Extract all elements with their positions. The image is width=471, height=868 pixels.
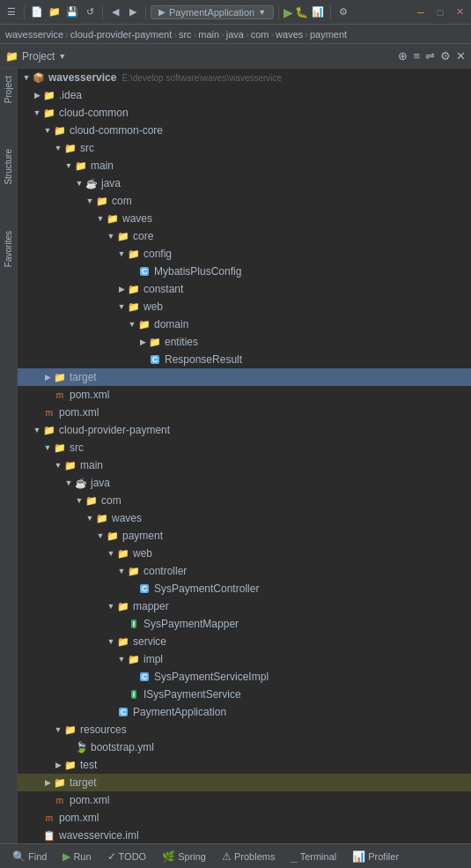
tab-find[interactable]: 🔍 Find bbox=[5, 849, 54, 864]
list-item[interactable]: ▶ 📁 entities bbox=[18, 333, 471, 351]
breadcrumb-cloud-provider-payment[interactable]: cloud-provider-payment bbox=[70, 29, 173, 40]
list-item[interactable]: ▼ 📁 src bbox=[18, 139, 471, 157]
back-icon[interactable]: ◀ bbox=[107, 4, 123, 20]
settings-icon[interactable]: ⚙ bbox=[335, 4, 351, 20]
list-item[interactable]: ▼ 📁 waves bbox=[18, 210, 471, 227]
save-icon[interactable]: 💾 bbox=[64, 4, 80, 20]
list-item[interactable]: ▼ 📁 web bbox=[18, 298, 471, 315]
list-item[interactable]: ▼ 📁 com bbox=[18, 192, 471, 210]
paymentapplication-icon: C bbox=[116, 705, 130, 719]
list-item[interactable]: C SysPaymentController bbox=[18, 580, 471, 597]
list-item[interactable]: ▼ 📁 cloud-common-core bbox=[18, 122, 471, 139]
list-item[interactable]: ▼ ☕ java bbox=[18, 474, 471, 492]
tab-terminal[interactable]: _ Terminal bbox=[283, 849, 343, 864]
tab-todo[interactable]: ✓ TODO bbox=[100, 849, 154, 864]
breadcrumb-payment[interactable]: payment bbox=[310, 29, 347, 40]
list-item[interactable]: ▼ 📁 main bbox=[18, 456, 471, 474]
list-item[interactable]: ▼ 📁 web bbox=[18, 545, 471, 562]
list-item[interactable]: ▼ 📁 payment bbox=[18, 527, 471, 545]
left-panel-favorites[interactable]: Favorites bbox=[4, 227, 13, 271]
list-item[interactable]: ▼ 📁 mapper bbox=[18, 597, 471, 615]
list-item[interactable]: ▶ 📁 target bbox=[18, 368, 471, 386]
list-item[interactable]: m pom.xml bbox=[18, 404, 471, 421]
list-item[interactable]: ▶ 📁 constant bbox=[18, 280, 471, 298]
list-item[interactable]: ▼ 📁 domain bbox=[18, 315, 471, 333]
breadcrumb-com[interactable]: com bbox=[251, 29, 269, 40]
breadcrumb-src[interactable]: src bbox=[179, 29, 192, 40]
list-item[interactable]: C SysPaymentServiceImpl bbox=[18, 668, 471, 686]
open-icon[interactable]: 📁 bbox=[47, 4, 63, 20]
list-item[interactable]: ▼ 📁 controller bbox=[18, 562, 471, 580]
list-item[interactable]: ▼ 📁 config bbox=[18, 245, 471, 263]
tab-spring[interactable]: 🌿 Spring bbox=[155, 849, 213, 864]
profile-button[interactable]: 📊 bbox=[310, 4, 326, 20]
forward-icon[interactable]: ▶ bbox=[125, 4, 141, 20]
list-item[interactable]: I SysPaymentMapper bbox=[18, 615, 471, 633]
list-item[interactable]: I ISysPaymentService bbox=[18, 686, 471, 703]
left-sidebar: Project Structure Favorites bbox=[0, 69, 18, 843]
test2-icon: 📁 bbox=[63, 758, 77, 772]
pom3-icon: m bbox=[42, 811, 56, 825]
list-item[interactable]: ▼ 📁 service bbox=[18, 633, 471, 650]
list-item[interactable]: C MybatisPlusConfig bbox=[18, 263, 471, 280]
refresh-icon[interactable]: ↺ bbox=[82, 4, 98, 20]
list-item[interactable]: 🍃 bootstrap.yml bbox=[18, 738, 471, 756]
gear-icon[interactable]: ⚙ bbox=[440, 49, 451, 63]
list-item[interactable]: ▶ 📁 test bbox=[18, 756, 471, 774]
run-button[interactable]: ▶ bbox=[283, 5, 293, 19]
list-item[interactable]: ▼ 📁 com bbox=[18, 492, 471, 509]
list-item[interactable]: ▼ 📁 waves bbox=[18, 509, 471, 527]
tab-problems[interactable]: ⚠ Problems bbox=[215, 849, 282, 864]
cloud-provider-payment-arrow: ▼ bbox=[32, 425, 42, 435]
collapse-all-icon[interactable]: ≡ bbox=[413, 49, 420, 63]
payment2-arrow: ▼ bbox=[95, 530, 106, 541]
close-icon[interactable]: ✕ bbox=[452, 4, 467, 20]
impl2-label: impl bbox=[144, 653, 163, 665]
run-config-selector[interactable]: ▶ PaymentApplication ▼ bbox=[151, 5, 274, 19]
tab-run[interactable]: ▶ Run bbox=[55, 849, 98, 864]
main1-icon: 📁 bbox=[74, 159, 88, 173]
list-item[interactable]: m pom.xml bbox=[18, 791, 471, 809]
domain1-icon: 📁 bbox=[137, 317, 151, 331]
domain1-label: domain bbox=[154, 318, 188, 330]
new-file-icon[interactable]: 📄 bbox=[29, 4, 45, 20]
list-item[interactable]: C ResponseResult bbox=[18, 351, 471, 368]
close-panel-icon[interactable]: ✕ bbox=[456, 49, 466, 63]
list-item[interactable]: ▼ ☕ java bbox=[18, 174, 471, 192]
panel-dropdown-icon[interactable]: ▼ bbox=[58, 52, 66, 61]
breadcrumb-waves[interactable]: waves bbox=[276, 29, 303, 40]
list-item[interactable]: ▼ 📁 impl bbox=[18, 650, 471, 668]
list-item[interactable]: ▼ 📁 main bbox=[18, 157, 471, 174]
list-item[interactable]: ▶ 📁 target bbox=[18, 774, 471, 791]
breadcrumb-wavesservice[interactable]: wavesservice bbox=[5, 29, 63, 40]
constant1-label: constant bbox=[144, 283, 183, 295]
maximize-icon[interactable]: □ bbox=[432, 4, 448, 20]
list-item[interactable]: ▼ 📁 core bbox=[18, 227, 471, 245]
mapper2-icon: 📁 bbox=[116, 599, 130, 613]
impl2-icon: 📁 bbox=[127, 652, 141, 666]
menu-icon[interactable]: ☰ bbox=[4, 4, 19, 20]
options-icon[interactable]: ⇌ bbox=[425, 49, 435, 63]
tab-profiler[interactable]: 📊 Profiler bbox=[345, 849, 406, 864]
list-item[interactable]: m pom.xml bbox=[18, 809, 471, 827]
breadcrumb-java[interactable]: java bbox=[226, 29, 244, 40]
tab-terminal-label: Terminal bbox=[300, 851, 337, 862]
wavesservice-iml-icon: 📋 bbox=[42, 828, 56, 842]
left-panel-project[interactable]: Project bbox=[4, 72, 13, 107]
list-item[interactable]: ▼ 📁 src bbox=[18, 439, 471, 456]
separator-5 bbox=[330, 5, 331, 19]
list-item[interactable]: ▼ 📁 cloud-provider-payment bbox=[18, 421, 471, 439]
list-item[interactable]: ▶ 📁 .idea bbox=[18, 86, 471, 104]
minimize-icon[interactable]: ─ bbox=[413, 4, 429, 20]
debug-button[interactable]: 🐛 bbox=[295, 6, 308, 19]
list-item[interactable]: ▼ 📁 cloud-common bbox=[18, 104, 471, 122]
breadcrumb-main[interactable]: main bbox=[198, 29, 219, 40]
list-item[interactable]: m pom.xml bbox=[18, 386, 471, 404]
list-item[interactable]: C PaymentApplication bbox=[18, 703, 471, 721]
list-item[interactable]: 📋 wavesservice.iml bbox=[18, 827, 471, 843]
isyspaymentservice-icon: I bbox=[127, 687, 141, 701]
scope-icon[interactable]: ⊕ bbox=[398, 49, 408, 63]
tree-root[interactable]: ▼ 📦 wavesservice E:\develop software\wav… bbox=[18, 69, 471, 86]
list-item[interactable]: ▼ 📁 resources bbox=[18, 721, 471, 738]
left-panel-structure[interactable]: Structure bbox=[4, 145, 13, 189]
